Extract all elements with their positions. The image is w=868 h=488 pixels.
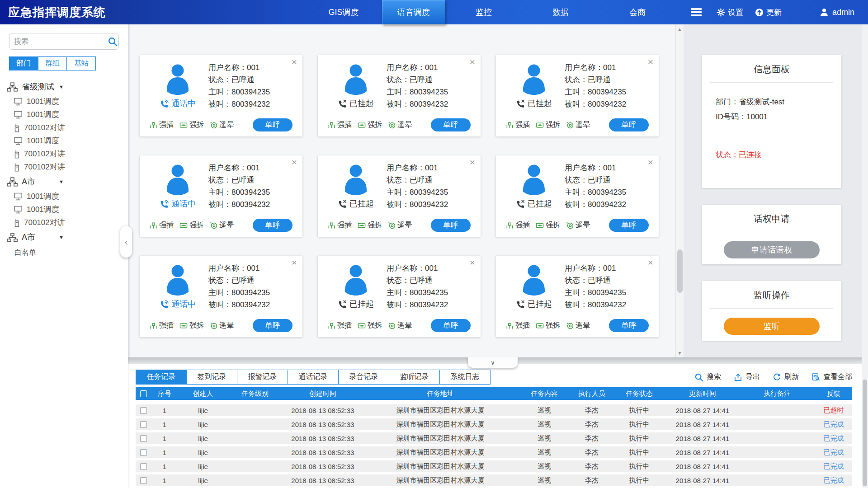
search-input[interactable]: [14, 38, 108, 46]
page-scrollbar-thumb[interactable]: [863, 380, 867, 486]
row-checkbox[interactable]: [140, 477, 147, 484]
close-icon[interactable]: ×: [292, 57, 297, 66]
force-insert-button[interactable]: 强插: [506, 221, 530, 230]
tree-item-1-2[interactable]: 1001调度: [14, 108, 128, 121]
close-icon[interactable]: ×: [292, 157, 297, 167]
remote-stun-button[interactable]: 遥晕: [210, 120, 234, 130]
close-icon[interactable]: ×: [648, 57, 653, 66]
tree-item-3-1[interactable]: 白名单: [14, 245, 128, 260]
single-call-button[interactable]: 单呼: [431, 319, 471, 332]
records-tab-6[interactable]: 监听记录: [389, 370, 440, 385]
single-call-button[interactable]: 单呼: [253, 219, 292, 232]
scroll-up-icon[interactable]: ▲: [676, 26, 684, 33]
sidebar-tab-3[interactable]: 基站: [66, 57, 95, 70]
force-insert-button[interactable]: 强插: [506, 120, 530, 130]
tree-group-3[interactable]: A市▼: [7, 229, 128, 245]
sidebar-collapse-handle[interactable]: ‹: [120, 226, 132, 258]
menu-icon[interactable]: [676, 0, 717, 24]
force-split-button[interactable]: 强拆: [536, 221, 560, 230]
nav-item-4[interactable]: 数据: [522, 0, 599, 24]
force-split-button[interactable]: 强拆: [358, 321, 382, 330]
row-checkbox[interactable]: [140, 449, 147, 456]
close-icon[interactable]: ×: [648, 258, 653, 267]
force-insert-button[interactable]: 强插: [328, 221, 352, 230]
close-icon[interactable]: ×: [470, 157, 475, 167]
page-scrollbar[interactable]: [862, 24, 868, 488]
remote-stun-button[interactable]: 遥晕: [566, 221, 590, 230]
close-icon[interactable]: ×: [470, 258, 475, 267]
caret-down-icon[interactable]: ▼: [59, 179, 64, 184]
cards-scrollbar-thumb[interactable]: [677, 249, 683, 293]
force-insert-button[interactable]: 强插: [328, 321, 352, 330]
remote-stun-button[interactable]: 遥晕: [566, 321, 590, 330]
cell-feedback[interactable]: 已超时: [816, 406, 852, 415]
force-split-button[interactable]: 强拆: [536, 120, 560, 130]
remote-stun-button[interactable]: 遥晕: [210, 321, 234, 330]
records-tab-4[interactable]: 通话记录: [288, 370, 339, 385]
force-split-button[interactable]: 强拆: [179, 120, 204, 130]
row-checkbox[interactable]: [140, 435, 147, 442]
nav-item-2[interactable]: 语音调度: [382, 0, 445, 24]
records-tab-5[interactable]: 录音记录: [338, 370, 389, 385]
tree-group-2[interactable]: A市▼: [7, 174, 128, 190]
nav-item-5[interactable]: 会商: [599, 0, 676, 24]
force-insert-button[interactable]: 强插: [328, 120, 352, 130]
select-all-checkbox[interactable]: [140, 390, 147, 397]
tree-item-1-1[interactable]: 1001调度: [14, 95, 128, 108]
user-menu[interactable]: admin: [820, 0, 854, 24]
remote-stun-button[interactable]: 遥晕: [388, 120, 412, 130]
cards-scrollbar[interactable]: ▲ ▼: [675, 24, 684, 358]
tree-item-1-3[interactable]: 700102对讲: [14, 121, 128, 134]
cell-feedback[interactable]: 已完成: [816, 434, 852, 443]
caret-down-icon[interactable]: ▼: [59, 235, 64, 240]
force-insert-button[interactable]: 强插: [150, 221, 174, 230]
single-call-button[interactable]: 单呼: [609, 118, 649, 131]
records-tab-7[interactable]: 系统日志: [439, 370, 491, 385]
remote-stun-button[interactable]: 遥晕: [388, 221, 412, 230]
tree-item-2-1[interactable]: 1001调度: [14, 190, 128, 203]
records-tab-3[interactable]: 报警记录: [237, 370, 288, 385]
collapse-bottom-panel-button[interactable]: ∨: [468, 357, 518, 368]
tree-item-2-2[interactable]: 1001调度: [14, 203, 128, 216]
single-call-button[interactable]: 单呼: [431, 219, 471, 232]
force-insert-button[interactable]: 强插: [150, 321, 174, 330]
single-call-button[interactable]: 单呼: [253, 118, 292, 131]
cell-feedback[interactable]: 已完成: [816, 476, 852, 485]
tree-item-2-3[interactable]: 700102对讲: [14, 216, 128, 229]
force-split-button[interactable]: 强拆: [358, 120, 382, 130]
tree-item-1-5[interactable]: 700102对讲: [14, 147, 128, 160]
nav-item-3[interactable]: 监控: [445, 0, 522, 24]
close-icon[interactable]: ×: [470, 57, 475, 66]
tree-item-1-6[interactable]: 700102对讲: [14, 160, 128, 174]
single-call-button[interactable]: 单呼: [609, 219, 649, 232]
records-tab-2[interactable]: 签到记录: [186, 370, 237, 385]
row-checkbox[interactable]: [140, 463, 147, 470]
tree-item-1-4[interactable]: 1001调度: [14, 134, 128, 147]
refresh-tool-button[interactable]: 刷新: [773, 372, 799, 382]
force-split-button[interactable]: 强拆: [179, 221, 204, 230]
monitor-button[interactable]: 监听: [724, 318, 820, 335]
cell-feedback[interactable]: 已完成: [816, 420, 852, 429]
tree-group-1[interactable]: 省级测试▼: [7, 79, 128, 95]
sidebar-tab-1[interactable]: 部门: [9, 57, 38, 70]
force-split-button[interactable]: 强拆: [179, 321, 204, 330]
scroll-down-icon[interactable]: ▼: [676, 350, 684, 357]
row-checkbox[interactable]: [140, 407, 147, 414]
viewall-tool-button[interactable]: 查看全部: [811, 372, 852, 382]
remote-stun-button[interactable]: 遥晕: [388, 321, 412, 330]
update-button[interactable]: 更新: [755, 7, 782, 18]
close-icon[interactable]: ×: [292, 258, 297, 267]
nav-item-1[interactable]: GIS调度: [305, 0, 382, 24]
settings-button[interactable]: 设置: [717, 7, 743, 18]
request-talk-right-button[interactable]: 申请话语权: [724, 241, 820, 258]
search-tool-button[interactable]: 搜索: [694, 372, 721, 382]
records-tab-1[interactable]: 任务记录: [136, 370, 187, 385]
single-call-button[interactable]: 单呼: [609, 319, 649, 332]
force-insert-button[interactable]: 强插: [506, 321, 530, 330]
force-split-button[interactable]: 强拆: [536, 321, 560, 330]
remote-stun-button[interactable]: 遥晕: [210, 221, 234, 230]
search-icon[interactable]: [108, 37, 118, 47]
cell-feedback[interactable]: 已完成: [816, 462, 852, 471]
remote-stun-button[interactable]: 遥晕: [566, 120, 590, 130]
row-checkbox[interactable]: [140, 421, 147, 428]
